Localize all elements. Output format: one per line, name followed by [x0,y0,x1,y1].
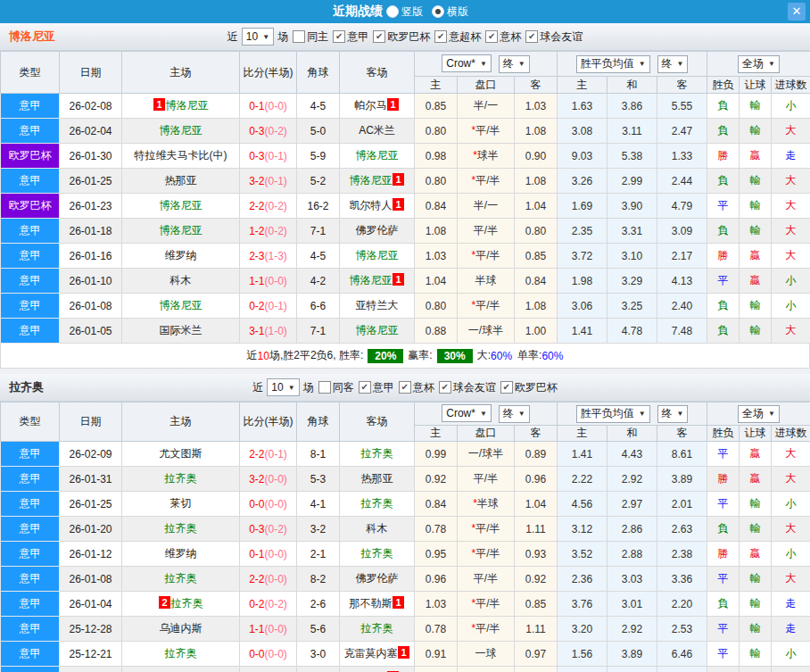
match-date: 26-02-04 [60,119,122,144]
filter-games-label: 场 [277,29,288,45]
subcol-result: 胜负 [707,77,740,94]
halftime-score: (0-1) [265,175,287,187]
result-handicap: 輸 [740,319,772,344]
bookmaker-select[interactable]: Crow*▼ [442,54,492,72]
match-count-select[interactable]: 10 ▼ [242,28,274,46]
league-checkbox[interactable]: ✔ [525,30,538,43]
halftime-score: (0-0) [265,275,287,287]
home-team: 拉齐奥 [122,467,240,492]
europe-away: 3.36 [657,567,707,592]
close-icon[interactable]: ✕ [788,3,806,21]
table-row: 意甲26-02-04博洛尼亚0-3(0-2)5-0AC米兰0.80*平/半1.0… [1,119,810,144]
league-checkbox[interactable]: ✔ [373,30,385,43]
europe-away: 3.09 [657,219,707,244]
result-handicap: 輸 [740,94,772,119]
result-outcome: 勝 [707,244,740,269]
europe-draw: 2.92 [608,617,657,642]
league-checkbox[interactable]: ✔ [333,30,345,43]
team-name-text: 克雷莫内塞 [343,647,397,660]
radio-vertical-layout[interactable]: 竖版 [386,4,423,20]
scope-select[interactable]: 全场▼ [738,55,780,73]
europe-odds-select[interactable]: 胜平负均值▼ [576,55,650,73]
halftime-score: (0-0) [265,573,287,585]
league-checkbox[interactable]: ✔ [434,30,447,43]
odds-away: 1.04 [515,194,558,219]
odds-away: 1.08 [515,119,558,144]
league-checkbox-label: 球会友谊 [453,380,496,395]
table-row: 意甲26-01-12维罗纳0-1(0-0)2-1拉齐奥0.95*平/半0.933… [1,542,810,567]
odds-time-select[interactable]: 终▼ [499,55,530,73]
fulltime-score: 1-1 [249,623,264,635]
bookmaker-select[interactable]: Crow*▼ [442,404,492,422]
league-checkbox[interactable]: ✔ [500,381,513,394]
match-date: 26-01-08 [60,294,122,319]
odds-home: 1.03 [415,592,458,617]
result-goals: 大 [772,119,810,144]
result-goals: 大 [772,219,810,244]
subcol-result: 胜负 [707,426,740,442]
team-name-text: 乌迪内斯 [160,622,202,635]
match-league: 意甲 [1,517,60,542]
match-score: 3-2(0-1) [240,169,297,194]
same-away-checkbox[interactable] [318,381,331,394]
star-mark: * [471,522,475,535]
away-team: 博洛尼亚1 [340,169,415,194]
result-goals: 小 [772,269,810,294]
odds-handicap-line: 半/一 [458,94,515,119]
europe-time-select[interactable]: 终▼ [657,55,689,73]
europe-away: 8.61 [657,442,707,467]
match-count-select[interactable]: 10 ▼ [267,378,299,396]
europe-away: 2.47 [657,119,707,144]
chevron-down-icon: ▼ [768,410,775,418]
match-score: 2-2(0-2) [240,194,297,219]
odds-time-select[interactable]: 终▼ [499,405,530,423]
chevron-down-icon: ▼ [480,60,487,68]
corner-score: 8-2 [297,567,340,592]
table-row: 意甲26-01-042拉齐奥0-2(0-2)2-6那不勒斯11.03*平/半0.… [1,592,810,617]
result-goals: 小 [772,542,810,567]
league-checkbox[interactable]: ✔ [359,381,371,394]
halftime-score: (0-2) [265,598,287,610]
odds-away: 0.96 [515,467,558,492]
col-type: 类型 [1,52,60,94]
odds-handicap-line: 平/半 [458,467,515,492]
odds-away: 1.11 [515,517,558,542]
star-mark: * [473,497,477,510]
result-handicap: 輸 [740,219,772,244]
away-team: 博洛尼亚1 [340,269,415,294]
same-home-checkbox[interactable] [293,30,305,43]
league-checkbox[interactable]: ✔ [439,381,451,394]
europe-time-select[interactable]: 终▼ [657,405,689,423]
result-outcome: 負 [707,319,740,344]
europe-away: 4.13 [657,269,707,294]
col-home: 主场 [122,52,240,94]
team-name-text: 博洛尼亚 [160,224,202,236]
result-goals: 大 [772,244,810,269]
odds-home: 0.80 [415,294,458,319]
league-checkbox[interactable]: ✔ [485,30,498,43]
odds-away: 1.00 [515,319,558,344]
result-handicap: 輸 [740,169,772,194]
scope-select[interactable]: 全场▼ [738,405,780,423]
team-name-text: 凯尔特人 [349,199,392,212]
corner-score: 5-0 [297,119,340,144]
odds-away: 1.04 [515,492,558,517]
team-name-text: 博洛尼亚 [356,324,399,336]
team-name-text: 拉齐奥 [361,497,393,510]
team-name-text: 博洛尼亚 [166,99,209,112]
fulltime-score: 0-2 [249,300,264,312]
halftime-score: (0-2) [265,125,287,137]
europe-home: 9.03 [558,144,608,169]
radio-horizontal-layout[interactable]: 横版 [432,4,468,20]
match-date: 26-01-12 [60,542,122,567]
home-team: 博洛尼亚 [122,119,240,144]
league-checkbox[interactable]: ✔ [399,381,411,394]
corner-score: 6-6 [297,294,340,319]
europe-odds-select[interactable]: 胜平负均值▼ [576,405,650,423]
fulltime-score: 2-2 [249,448,264,460]
europe-draw: 3.10 [608,244,657,269]
red-card-badge: 1 [393,173,403,186]
home-team: 帕尔马 [122,667,240,672]
europe-draw: 3.31 [608,219,657,244]
odds-handicap-line: 一/球半 [458,442,515,467]
